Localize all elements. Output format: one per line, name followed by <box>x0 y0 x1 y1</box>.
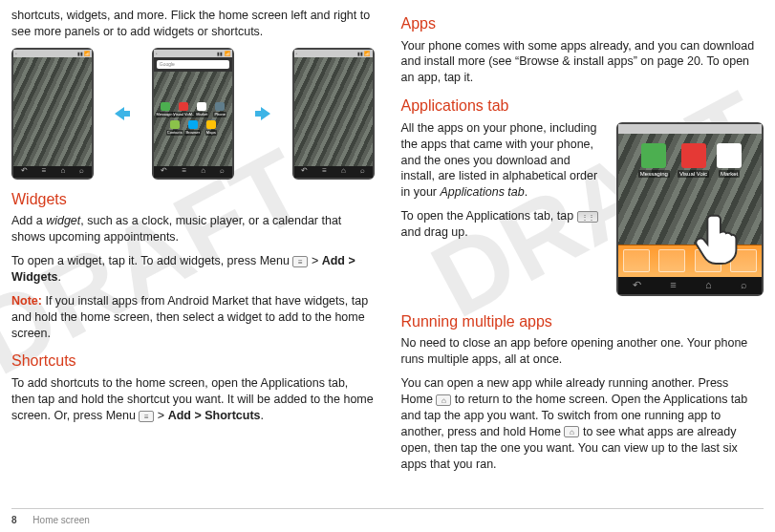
menu-icon <box>139 411 154 422</box>
home-icon <box>436 394 451 406</box>
system-bar: ↶ ≡ ⌂ ⌕ <box>618 277 762 294</box>
apps-p1: Your phone comes with some apps already,… <box>401 38 764 87</box>
apps-heading: Apps <box>401 13 764 34</box>
phone-panel-right: ◦▮▮ 📶 ↶≡⌂⌕ <box>292 48 375 180</box>
search-bar: Google <box>157 60 229 69</box>
svg-marker-0 <box>115 107 130 120</box>
multi-p1: No need to close an app before opening a… <box>401 335 764 368</box>
widgets-p1: Add a widget, such as a clock, music pla… <box>11 213 375 245</box>
page-footer: 8 Home screen <box>11 514 90 527</box>
home-icon <box>564 426 579 437</box>
widgets-note: Note: If you install apps from Android M… <box>11 293 375 342</box>
menu-icon: ≡ <box>670 278 676 292</box>
multi-p2: You can open a new app while already run… <box>401 375 764 472</box>
widgets-p2: To open a widget, tap it. To add widgets… <box>11 253 375 286</box>
phone-panel-left: ◦▮▮ 📶 ↶≡⌂⌕ <box>11 48 94 180</box>
home-icon: ⌂ <box>705 278 712 292</box>
svg-marker-1 <box>255 107 270 120</box>
section-title: Home screen <box>32 515 89 525</box>
hand-pointer-icon <box>689 206 748 266</box>
applications-tab-figure: Messaging Visual Voic Market ↶ ≡ ⌂ ⌕ <box>616 122 764 296</box>
right-column: Apps Your phone comes with some apps alr… <box>401 4 764 479</box>
page-number: 8 <box>11 515 17 525</box>
phone-panel-center: ◦▮▮ 📶 Google Messaging Visual VoM.. Mark… <box>152 48 234 180</box>
arrow-left-icon <box>115 107 130 120</box>
search-icon: ⌕ <box>741 278 747 292</box>
apps-tab-icon <box>577 211 598 223</box>
footer-rule <box>11 508 764 509</box>
home-screens-figure: ◦▮▮ 📶 ↶≡⌂⌕ ◦▮▮ 📶 Google Messaging Visual… <box>11 48 375 180</box>
shortcuts-heading: Shortcuts <box>11 351 375 372</box>
running-multiple-heading: Running multiple apps <box>401 311 764 332</box>
widgets-heading: Widgets <box>11 189 375 210</box>
menu-icon <box>292 256 308 267</box>
left-column: shortcuts, widgets, and more. Flick the … <box>11 4 375 479</box>
intro-text: shortcuts, widgets, and more. Flick the … <box>11 8 375 40</box>
applications-tab-heading: Applications tab <box>401 96 764 117</box>
arrow-right-icon <box>255 107 270 120</box>
back-icon: ↶ <box>633 278 641 292</box>
shortcuts-p1: To add shortcuts to the home screen, ope… <box>11 375 375 424</box>
